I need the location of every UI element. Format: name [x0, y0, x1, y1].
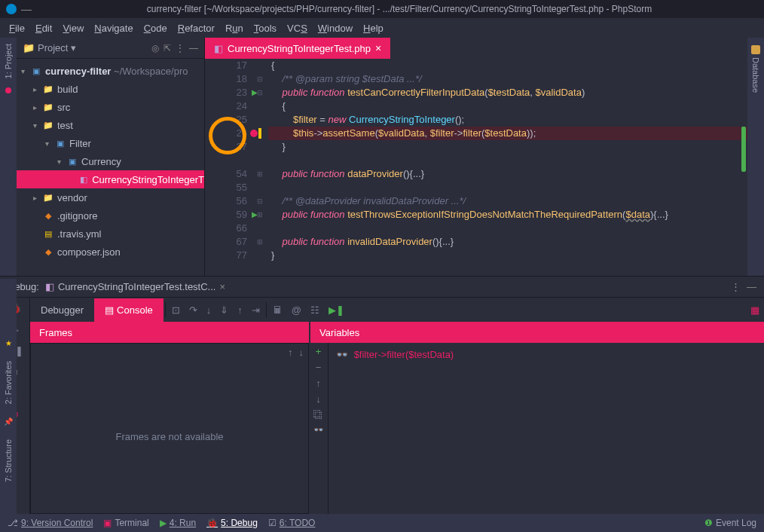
tree-currency[interactable]: ▾▣Currency	[17, 152, 204, 170]
status-eventlog[interactable]: ❶ Event Log	[704, 518, 756, 528]
scroll-indicator[interactable]	[741, 127, 746, 172]
step-over-icon[interactable]: ↷	[185, 304, 202, 316]
status-bar: ⎇ 9: Version Control ▣ Terminal ▶ 4: Run…	[0, 514, 764, 532]
settings-icon[interactable]: ⋮	[176, 43, 185, 54]
watch-toolbar: + − ↑ ↓ ⿻ 👓	[309, 343, 329, 514]
main-menu: File Edit View Navigate Code Refactor Ru…	[0, 18, 764, 38]
status-run[interactable]: ▶ 4: Run	[160, 518, 196, 528]
list-icon[interactable]: ☷	[306, 304, 324, 316]
tree-test[interactable]: ▾📁test	[17, 116, 204, 134]
menu-refactor[interactable]: Refactor	[173, 20, 219, 36]
tree-travis[interactable]: ▤.travis.yml	[17, 225, 204, 243]
play-pause-icon[interactable]: ▶❚	[324, 304, 349, 316]
left-tool-stripe-lower: ★ 2: Favorites 📌 7: Structure	[0, 279, 17, 514]
frames-empty-label: Frames are not available	[31, 360, 308, 513]
editor-tabs: ◧ CurrencyStringToIntegerTest.php ×	[205, 38, 747, 59]
collapse-icon[interactable]: ⇱	[163, 43, 171, 54]
copy-watch-icon[interactable]: ⿻	[313, 409, 323, 420]
project-tree[interactable]: ▾▣ currency-filter ~/Workspace/pro ▸📁bui…	[17, 59, 204, 264]
glasses-icon: 👓	[336, 349, 348, 360]
menu-view[interactable]: View	[58, 20, 88, 36]
tab-label: CurrencyStringToIntegerTest.php	[228, 43, 371, 54]
locate-icon[interactable]: ◎	[151, 43, 159, 54]
sidebar-tab-project[interactable]: 1: Project	[4, 44, 13, 78]
window-close-icon[interactable]	[6, 4, 17, 14]
tree-gitignore[interactable]: ◆.gitignore	[17, 206, 204, 225]
status-vcs[interactable]: ⎇ 9: Version Control	[8, 518, 93, 528]
frame-down-icon[interactable]: ↓	[299, 347, 304, 358]
console-tab[interactable]: ▤Console	[94, 298, 163, 322]
debug-session-tab[interactable]: ◧ CurrencyStringToIntegerTest.testC... ×	[39, 281, 231, 292]
debug-inner-tabs: Debugger ▤Console ⊡ ↷ ↓ ⇓ ↑ ⇥ 🖩 @ ☷ ▶❚ ▦	[30, 298, 764, 322]
at-icon[interactable]: @	[287, 304, 306, 316]
editor-tab-active[interactable]: ◧ CurrencyStringToIntegerTest.php ×	[205, 38, 390, 59]
watch-down-icon[interactable]: ↓	[316, 393, 321, 405]
hide-icon[interactable]: —	[189, 43, 198, 54]
frame-up-icon[interactable]: ↑	[288, 347, 293, 358]
run-gutter-icon-2[interactable]: ▶	[252, 208, 258, 222]
variables-header: Variables	[310, 322, 764, 343]
project-view-selector[interactable]: 📁 Project ▾	[23, 42, 76, 54]
debug-header: Debug: ◧ CurrencyStringToIntegerTest.tes…	[0, 277, 764, 298]
evaluate-icon[interactable]: 🖩	[268, 304, 287, 316]
project-header: 📁 Project ▾ ◎ ⇱ ⋮ —	[17, 38, 204, 59]
menu-help[interactable]: Help	[359, 20, 388, 36]
status-debug[interactable]: 🐞 5: Debug	[206, 518, 258, 528]
tree-filter[interactable]: ▾▣Filter	[17, 134, 204, 152]
menu-edit[interactable]: Edit	[31, 20, 57, 36]
debugger-tab[interactable]: Debugger	[30, 298, 94, 322]
menu-tools[interactable]: Tools	[249, 20, 281, 36]
force-step-icon[interactable]: ⇓	[215, 304, 233, 316]
sidebar-tab-database[interactable]: Database	[751, 57, 760, 93]
menu-window[interactable]: Window	[313, 20, 357, 36]
status-terminal[interactable]: ▣ Terminal	[103, 518, 148, 528]
sidebar-tab-favorites[interactable]: 2: Favorites	[4, 361, 13, 404]
remove-watch-icon[interactable]: −	[316, 362, 322, 373]
tree-testfile[interactable]: ◧CurrencyStringToIntegerT	[17, 170, 204, 188]
project-indicator-icon	[5, 87, 11, 93]
tree-vendor[interactable]: ▸📁vendor	[17, 188, 204, 206]
breakpoint-icon[interactable]	[250, 130, 258, 137]
run-gutter-icon[interactable]: ▶	[252, 86, 258, 99]
menu-vcs[interactable]: VCS	[283, 20, 312, 36]
tree-src[interactable]: ▸📁src	[17, 98, 204, 116]
run-to-cursor-icon[interactable]: ⇥	[247, 304, 264, 316]
window-title: currency-filter [~/Workspace/projects/PH…	[41, 4, 758, 14]
debug-settings-icon[interactable]: ⋮	[731, 281, 741, 292]
left-tool-stripe: 1: Project	[0, 38, 17, 276]
menu-code[interactable]: Code	[139, 20, 172, 36]
sidebar-tab-structure[interactable]: 7: Structure	[4, 439, 13, 482]
watch-up-icon[interactable]: ↑	[316, 378, 321, 389]
show-watches-icon[interactable]: 👓	[313, 425, 324, 435]
code-content[interactable]: { /** @param string $testData ...*/ publ…	[268, 59, 747, 276]
window-titlebar: — currency-filter [~/Workspace/projects/…	[0, 0, 764, 18]
layout-icon[interactable]: ▦	[746, 304, 764, 316]
tree-build[interactable]: ▸📁build	[17, 80, 204, 98]
database-icon[interactable]	[751, 45, 760, 54]
project-tool-window: 📁 Project ▾ ◎ ⇱ ⋮ — ▾▣ currency-filter ~…	[17, 38, 205, 276]
status-todo[interactable]: ☑ 6: TODO	[268, 518, 316, 528]
debug-hide-icon[interactable]: —	[747, 281, 756, 292]
star-icon: ★	[5, 339, 12, 347]
show-exec-icon[interactable]: ⊡	[167, 304, 185, 316]
menu-run[interactable]: Run	[221, 20, 248, 36]
window-minimize-icon[interactable]: —	[21, 3, 32, 15]
frames-panel: ↑ ↓ Frames are not available	[30, 343, 309, 514]
step-into-icon[interactable]: ↓	[202, 304, 216, 316]
menu-navigate[interactable]: Navigate	[90, 20, 137, 36]
add-watch-icon[interactable]: +	[316, 346, 322, 357]
tab-close-icon[interactable]: ×	[375, 42, 381, 54]
line-gutter[interactable]: 17 18 23▶ 24 25 26 27 54 55 56 59▶ 66 67…	[205, 59, 252, 276]
watch-expression[interactable]: 👓 $filter->filter($testData)	[336, 349, 756, 360]
code-editor[interactable]: 17 18 23▶ 24 25 26 27 54 55 56 59▶ 66 67…	[205, 59, 747, 276]
right-tool-stripe: Database	[747, 38, 764, 276]
tree-root[interactable]: ▾▣ currency-filter ~/Workspace/pro	[17, 62, 204, 80]
pin-icon: 📌	[4, 417, 13, 426]
variables-panel[interactable]: 👓 $filter->filter($testData)	[329, 343, 764, 514]
menu-file[interactable]: File	[5, 20, 29, 36]
debug-tab-close-icon[interactable]: ×	[219, 281, 225, 292]
step-out-icon[interactable]: ↑	[233, 304, 247, 316]
frames-header: Frames	[30, 322, 309, 343]
debug-tool-window: Debug: ◧ CurrencyStringToIntegerTest.tes…	[0, 276, 764, 514]
tree-composer[interactable]: ◆composer.json	[17, 243, 204, 261]
